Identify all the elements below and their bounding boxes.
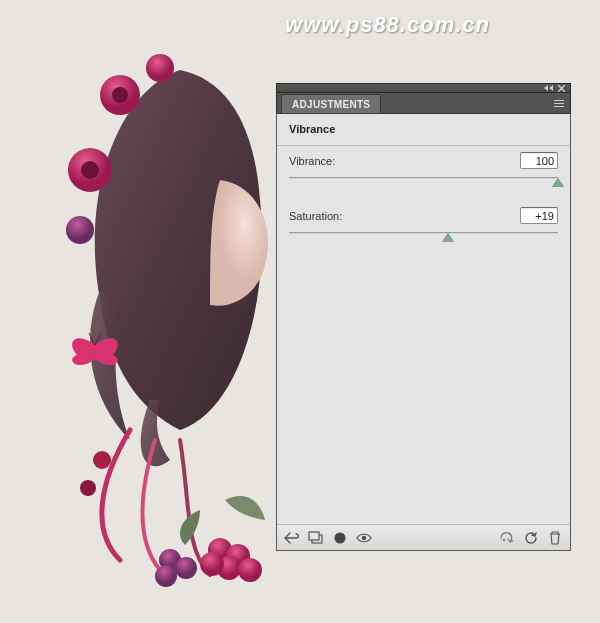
svg-point-14 [238, 558, 262, 582]
vibrance-slider-thumb[interactable] [552, 178, 564, 187]
watermark-text: www.ps88.com.cn [285, 12, 490, 38]
svg-point-2 [146, 54, 174, 82]
svg-point-9 [80, 480, 96, 496]
saturation-slider-thumb[interactable] [442, 233, 454, 242]
reset-icon[interactable] [522, 530, 540, 546]
svg-point-4 [81, 161, 99, 179]
panel-topbar [276, 83, 571, 92]
svg-point-13 [200, 552, 224, 576]
panel-spacer [277, 262, 570, 524]
svg-point-8 [93, 451, 111, 469]
adjustments-panel: ADJUSTMENTS Vibrance Vibrance: Saturatio… [276, 83, 571, 551]
eye-icon[interactable] [355, 530, 373, 546]
close-icon[interactable] [557, 85, 566, 92]
svg-point-17 [155, 565, 177, 587]
vibrance-slider[interactable] [289, 175, 558, 189]
svg-point-5 [66, 216, 94, 244]
vibrance-row: Vibrance: [289, 152, 558, 189]
tab-adjustments[interactable]: ADJUSTMENTS [281, 94, 381, 113]
panel-footer [277, 524, 570, 550]
saturation-slider[interactable] [289, 230, 558, 244]
saturation-input[interactable] [520, 207, 558, 224]
svg-rect-19 [309, 532, 319, 540]
trash-icon[interactable] [546, 530, 564, 546]
svg-point-21 [362, 535, 367, 540]
svg-point-16 [175, 557, 197, 579]
previous-state-icon[interactable] [498, 530, 516, 546]
vibrance-label: Vibrance: [289, 155, 335, 167]
panel-tabs-bar: ADJUSTMENTS [276, 92, 571, 114]
view-previous-icon[interactable] [331, 530, 349, 546]
clip-to-layer-icon[interactable] [307, 530, 325, 546]
back-arrow-icon[interactable] [283, 530, 301, 546]
saturation-row: Saturation: [289, 207, 558, 244]
svg-point-20 [335, 532, 346, 543]
collapse-icon[interactable] [544, 85, 553, 92]
vibrance-input[interactable] [520, 152, 558, 169]
svg-point-1 [112, 87, 128, 103]
sliders-area: Vibrance: Saturation: [277, 146, 570, 262]
adjustment-title: Vibrance [277, 114, 570, 146]
saturation-label: Saturation: [289, 210, 342, 222]
svg-point-22 [503, 538, 506, 541]
panel-body: Vibrance Vibrance: Saturation: [276, 114, 571, 551]
panel-menu-icon[interactable] [551, 96, 567, 110]
